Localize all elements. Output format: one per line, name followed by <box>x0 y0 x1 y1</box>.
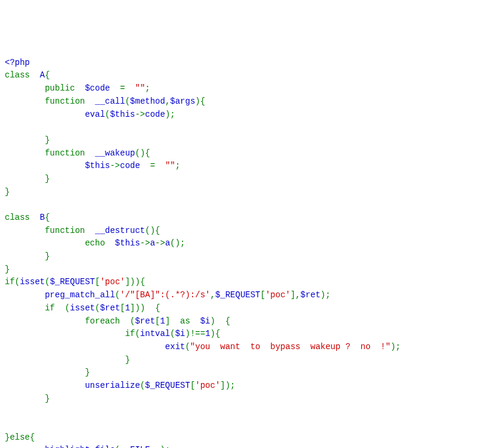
kw-function: function <box>45 97 85 106</box>
str-poc: 'poc' <box>265 290 290 300</box>
prop-code: code <box>145 110 165 119</box>
str-poc: 'poc' <box>195 381 220 390</box>
var-request: $_REQUEST <box>215 290 261 300</box>
num-1: 1 <box>205 329 210 338</box>
lp: ( <box>115 290 120 300</box>
lbr: [ <box>95 277 100 287</box>
brace: } <box>5 265 10 274</box>
var-ret: $ret <box>135 316 155 326</box>
brace: } <box>45 251 49 261</box>
kw-else: else <box>10 433 30 442</box>
brace: { <box>155 226 160 235</box>
rp: ) <box>130 277 135 287</box>
rbr: ] <box>130 303 135 313</box>
kw-class: class <box>5 70 30 80</box>
brace: { <box>215 329 220 338</box>
arrow: -> <box>140 238 150 248</box>
rp: ) <box>150 226 155 235</box>
lbr: [ <box>261 290 265 300</box>
rp: ) <box>195 97 200 106</box>
lp: ( <box>135 148 140 158</box>
prop-a: a <box>150 238 155 248</box>
lbr: [ <box>120 303 125 313</box>
var-args: $args <box>170 97 195 106</box>
code-block: <?php class A{ public $code = ""; functi… <box>5 57 484 448</box>
fn-pregmatchall: preg_match_all <box>45 290 115 300</box>
class-B: B <box>40 213 45 222</box>
kw-if: if <box>45 303 55 313</box>
kw-foreach: foreach <box>85 316 120 326</box>
lp: ( <box>15 277 20 287</box>
var-this: $this <box>115 238 140 248</box>
lp: ( <box>170 329 175 338</box>
var-i: $i <box>200 316 211 326</box>
rp: ) <box>135 277 140 287</box>
brace: { <box>145 148 150 158</box>
semi: ; <box>170 110 175 119</box>
brace: } <box>45 174 49 183</box>
lp: ( <box>125 97 130 106</box>
semi: ; <box>145 83 150 93</box>
brace: } <box>5 187 10 197</box>
kw-public: public <box>45 83 75 93</box>
rp: ) <box>175 238 180 248</box>
semi: ; <box>395 342 400 351</box>
fn-intval: intval <box>140 329 170 338</box>
num-1: 1 <box>125 303 130 313</box>
var-ret: $ret <box>301 290 321 300</box>
str-poc: 'poc' <box>100 277 125 287</box>
comma: , <box>210 290 215 300</box>
rbr: ] <box>165 316 170 326</box>
str-msg: "you want to bypass wakeup ? no !" <box>190 342 391 351</box>
fn-highlight-file: highlight_file <box>45 445 115 448</box>
brace: } <box>45 394 49 403</box>
rp: ) <box>140 303 145 313</box>
brace: } <box>125 355 130 365</box>
kw-if: if <box>125 329 135 338</box>
op-eq: = <box>150 161 155 170</box>
brace: { <box>45 70 49 80</box>
lp: ( <box>95 303 100 313</box>
brace: { <box>200 97 205 106</box>
var-ret: $ret <box>100 303 120 313</box>
brace: { <box>225 316 230 326</box>
php-open-tag: <?php <box>5 58 30 67</box>
lp: ( <box>135 329 140 338</box>
lp: ( <box>140 381 145 390</box>
brace: } <box>45 135 49 145</box>
num-1: 1 <box>160 316 165 326</box>
fn-call: __call <box>95 97 125 106</box>
lp: ( <box>45 277 49 287</box>
op-eq: = <box>120 83 125 93</box>
rp: ) <box>185 329 190 338</box>
semi: ; <box>230 381 235 390</box>
rbr: ] <box>220 381 225 390</box>
lp: ( <box>170 238 175 248</box>
brace: { <box>45 213 49 222</box>
rbr: ] <box>125 277 130 287</box>
brace: { <box>155 303 160 313</box>
rp: ) <box>135 303 140 313</box>
arrow: -> <box>135 110 145 119</box>
semi: ; <box>326 290 330 300</box>
comma: , <box>295 290 300 300</box>
arrow: -> <box>110 161 120 170</box>
var-i: $i <box>175 329 185 338</box>
brace: } <box>85 368 89 377</box>
rp: ) <box>211 316 215 326</box>
var-this: $this <box>85 161 110 170</box>
kw-function: function <box>45 148 85 158</box>
fn-unserialize: unserialize <box>85 381 140 390</box>
kw-echo: echo <box>85 238 105 248</box>
kw-class: class <box>5 213 30 222</box>
lp: ( <box>185 342 190 351</box>
lp: ( <box>145 226 150 235</box>
rp: ) <box>211 329 215 338</box>
lp: ( <box>65 303 70 313</box>
op-neq: !== <box>190 329 205 338</box>
fn-eval: eval <box>85 110 105 119</box>
brace: { <box>30 433 35 442</box>
var-request: $_REQUEST <box>145 381 190 390</box>
fn-isset: isset <box>20 277 45 287</box>
var-method: $method <box>130 97 165 106</box>
